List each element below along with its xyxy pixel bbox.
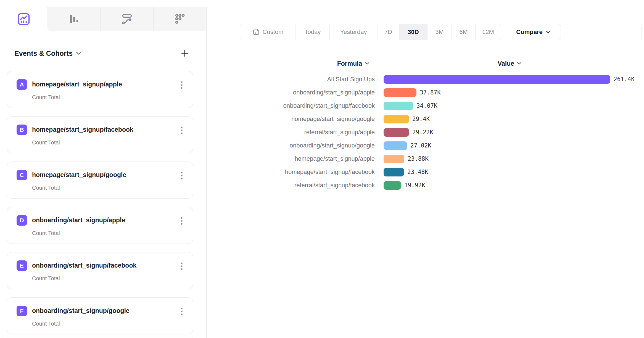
series-badge: E: [17, 260, 27, 271]
bar[interactable]: [384, 88, 416, 97]
bar[interactable]: [384, 75, 610, 84]
series-badge: A: [17, 79, 27, 90]
range-yesterday[interactable]: Yesterday: [329, 24, 377, 40]
range-label: 30D: [408, 28, 419, 36]
main-panel: Custom Today Yesterday 7D 30D 3M 6M 12M …: [207, 7, 644, 338]
chart-row: onboarding/start_signup/apple 37.87K: [207, 86, 644, 99]
event-metric[interactable]: Count Total: [32, 321, 60, 327]
event-metric[interactable]: Count Total: [32, 185, 60, 191]
bar-label: homepage/start_signup/facebook: [207, 168, 375, 176]
range-3m[interactable]: 3M: [427, 24, 452, 40]
bar[interactable]: [384, 181, 401, 190]
tab-insights[interactable]: [0, 7, 47, 31]
formula-column-header[interactable]: Formula: [337, 59, 369, 68]
events-cohorts-dropdown[interactable]: Events & Cohorts: [14, 49, 81, 57]
range-label: Today: [305, 28, 321, 36]
chart-row: All Start Sign Ups 261.4K: [207, 73, 644, 86]
date-range-control: Custom Today Yesterday 7D 30D 3M 6M 12M: [240, 24, 501, 40]
chevron-down-icon: [517, 62, 521, 65]
event-name: onboarding/start_signup/apple: [32, 216, 125, 224]
event-metric[interactable]: Count Total: [32, 139, 60, 146]
series-badge: C: [17, 170, 27, 180]
range-12m[interactable]: 12M: [475, 24, 501, 40]
bar-label: onboarding/start_signup/facebook: [207, 102, 375, 109]
bar-label: onboarding/start_signup/apple: [207, 89, 375, 96]
chart-row: onboarding/start_signup/google 27.02K: [207, 139, 644, 152]
kebab-menu-icon[interactable]: [178, 171, 186, 181]
event-card[interactable]: A homepage/start_signup/apple Count Tota…: [7, 71, 193, 108]
event-card[interactable]: C homepage/start_signup/google Count Tot…: [7, 162, 193, 199]
bar[interactable]: [384, 128, 409, 137]
series-badge: B: [17, 125, 27, 135]
bar[interactable]: [384, 141, 407, 150]
chart-row: homepage/start_signup/google 29.4K: [207, 112, 644, 126]
bar-label: referral/start_signup/apple: [207, 129, 375, 136]
add-event-button[interactable]: [179, 48, 190, 59]
tab-flows[interactable]: [100, 7, 153, 31]
series-badge: D: [17, 215, 27, 226]
range-30d[interactable]: 30D: [399, 24, 427, 40]
range-custom[interactable]: Custom: [240, 24, 295, 40]
series-badge: F: [17, 306, 27, 316]
insights-line-chart-icon: [17, 12, 31, 26]
event-card[interactable]: D onboarding/start_signup/apple Count To…: [7, 207, 193, 244]
bar-value: 34.07K: [416, 102, 437, 109]
event-metric[interactable]: Count Total: [32, 94, 60, 101]
sidebar-header: Events & Cohorts: [14, 46, 190, 61]
event-card[interactable]: F onboarding/start_signup/google Count T…: [7, 297, 193, 334]
range-today[interactable]: Today: [295, 24, 329, 40]
bar[interactable]: [384, 155, 404, 163]
event-list: A homepage/start_signup/apple Count Tota…: [7, 71, 193, 338]
range-7d[interactable]: 7D: [377, 24, 399, 40]
formula-header-label: Formula: [337, 60, 362, 67]
bar-label: referral/start_signup/facebook: [207, 182, 375, 189]
bar-label: homepage/start_signup/apple: [207, 155, 375, 162]
funnel-bars-icon: [67, 13, 80, 25]
tab-funnels[interactable]: [47, 7, 100, 31]
bar[interactable]: [384, 102, 413, 110]
calendar-icon: [252, 28, 260, 36]
next-event-card-partial: [7, 337, 193, 338]
chevron-down-icon: [546, 31, 551, 34]
bar[interactable]: [384, 168, 404, 176]
chart-row: homepage/start_signup/facebook 23.48K: [207, 165, 644, 179]
chart-type-tabbar: [0, 7, 206, 31]
event-metric[interactable]: Count Total: [32, 275, 60, 282]
range-label: 6M: [459, 28, 468, 36]
sidebar-title: Events & Cohorts: [14, 49, 73, 57]
clipped-button-partial[interactable]: [641, 24, 644, 40]
value-header-label: Value: [498, 60, 514, 67]
chart-row: onboarding/start_signup/facebook 34.07K: [207, 99, 644, 112]
event-metric[interactable]: Count Total: [32, 230, 60, 236]
bar-label: All Start Sign Ups: [207, 76, 375, 83]
tab-retention[interactable]: [153, 7, 206, 31]
kebab-menu-icon[interactable]: [178, 216, 186, 226]
retention-dots-icon: [174, 13, 186, 25]
chevron-down-icon: [76, 52, 81, 55]
event-name: homepage/start_signup/google: [32, 171, 126, 179]
event-name: onboarding/start_signup/facebook: [32, 262, 136, 269]
inactive-tab-group: [47, 7, 206, 31]
range-label: Yesterday: [340, 28, 367, 36]
event-card[interactable]: E onboarding/start_signup/facebook Count…: [7, 252, 193, 289]
event-name: onboarding/start_signup/google: [32, 307, 130, 315]
flows-icon: [121, 13, 133, 25]
compare-label: Compare: [516, 28, 542, 36]
range-label: 3M: [435, 28, 444, 36]
kebab-menu-icon[interactable]: [178, 261, 186, 271]
value-column-header[interactable]: Value: [498, 59, 521, 68]
kebab-menu-icon[interactable]: [178, 307, 186, 316]
range-label: Custom: [263, 28, 284, 36]
range-6m[interactable]: 6M: [452, 24, 475, 40]
kebab-menu-icon[interactable]: [178, 125, 186, 135]
plus-icon: [180, 49, 189, 58]
chart-row: referral/start_signup/facebook 19.92K: [207, 179, 644, 192]
event-card[interactable]: B homepage/start_signup/facebook Count T…: [7, 116, 193, 153]
range-label: 12M: [482, 28, 494, 36]
sidebar: Events & Cohorts A homepage/start_signup…: [0, 7, 207, 338]
kebab-menu-icon[interactable]: [178, 80, 186, 90]
bar-value: 37.87K: [420, 89, 441, 96]
compare-button[interactable]: Compare: [506, 24, 561, 40]
bar-label: homepage/start_signup/google: [207, 115, 375, 123]
bar[interactable]: [384, 115, 409, 123]
